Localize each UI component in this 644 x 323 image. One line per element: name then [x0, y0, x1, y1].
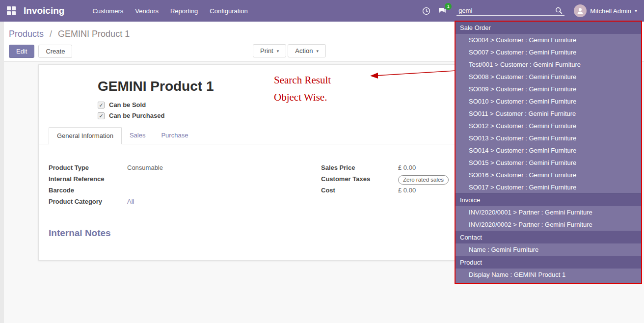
checkbox-label: Can be Purchased: [109, 112, 164, 119]
field-label: Sales Price: [321, 163, 398, 171]
action-menu-button[interactable]: Action ▾: [288, 44, 326, 57]
create-button[interactable]: Create: [38, 45, 72, 58]
result-item[interactable]: SO009 > Customer : Gemini Furniture: [456, 83, 641, 95]
result-item[interactable]: SO004 > Customer : Gemini Furniture: [456, 34, 641, 46]
chevron-down-icon: ▾: [635, 8, 637, 13]
field-row: Product TypeConsumable: [49, 163, 316, 174]
action-label: Action: [295, 47, 313, 54]
result-item[interactable]: SO011 > Customer : Gemini Furniture: [456, 108, 641, 120]
result-item[interactable]: INV/2020/0002 > Partner : Gemini Furnitu…: [456, 218, 641, 231]
chevron-down-icon: ▾: [316, 49, 319, 54]
action-buttons: Print ▾ Action ▾: [253, 44, 326, 57]
result-group-header-product: Product: [456, 256, 641, 269]
app-name[interactable]: Invoicing: [24, 5, 64, 16]
field-label: Barcode: [49, 186, 127, 194]
tab-general-information[interactable]: General Information: [49, 127, 122, 144]
result-item[interactable]: SO013 > Customer : Gemini Furniture: [456, 132, 641, 144]
print-menu-button[interactable]: Print ▾: [253, 44, 286, 57]
result-item[interactable]: SO014 > Customer : Gemini Furniture: [456, 144, 641, 157]
top-navbar: Invoicing CustomersVendorsReportingConfi…: [0, 0, 644, 22]
result-item[interactable]: Test/001 > Customer : Gemini Furniture: [456, 58, 641, 71]
print-label: Print: [260, 47, 273, 54]
field-label: Internal Reference: [49, 174, 127, 183]
field-label: Product Type: [49, 163, 127, 171]
breadcrumb-separator: /: [50, 29, 52, 39]
result-item[interactable]: Name : Gemini Furniture: [456, 243, 641, 256]
top-menu-item-customers[interactable]: Customers: [87, 4, 129, 18]
result-item[interactable]: SO016 > Customer : Gemini Furniture: [456, 169, 641, 181]
navbar-right: 1 Mitchell Admin ▾: [422, 4, 637, 17]
field-row: Internal Reference: [49, 174, 316, 186]
chevron-down-icon: ▾: [277, 49, 279, 54]
result-item[interactable]: SO015 > Customer : Gemini Furniture: [456, 157, 641, 169]
apps-menu-icon[interactable]: [7, 6, 16, 15]
result-item[interactable]: INV/2020/0001 > Partner : Gemini Furnitu…: [456, 206, 641, 218]
avatar: [574, 4, 587, 17]
tab-purchase[interactable]: Purchase: [153, 127, 196, 144]
field-label: Cost: [321, 186, 398, 194]
annotation-line-2: Object Wise.: [274, 89, 331, 106]
messages-icon[interactable]: 1: [438, 7, 447, 15]
result-group-header-invoice: Invoice: [456, 193, 641, 206]
annotation-arrow-icon: [369, 67, 456, 81]
field-label: Customer Taxes: [321, 174, 398, 183]
result-item[interactable]: SO007 > Customer : Gemini Furniture: [456, 46, 641, 58]
top-menu-item-configuration[interactable]: Configuration: [204, 4, 253, 18]
user-menu[interactable]: Mitchell Admin ▾: [574, 4, 637, 17]
top-menu-item-reporting[interactable]: Reporting: [165, 4, 203, 18]
result-item[interactable]: SO012 > Customer : Gemini Furniture: [456, 120, 641, 132]
field-row: Barcode: [49, 186, 316, 197]
fields-left: Product TypeConsumableInternal Reference…: [49, 163, 316, 208]
result-group-header-contact: Contact: [456, 231, 641, 243]
checkbox[interactable]: ✓: [98, 112, 105, 119]
field-value: £ 0.00: [398, 186, 416, 194]
result-item[interactable]: Display Name : GEMINI Product 1: [456, 269, 641, 281]
field-row: Product CategoryAll: [49, 197, 316, 208]
messages-badge: 1: [445, 3, 452, 10]
result-item[interactable]: SO017 > Customer : Gemini Furniture: [456, 181, 641, 193]
annotation-text: Search Result Object Wise.: [274, 72, 331, 106]
result-group-header-sale-order: Sale Order: [456, 22, 641, 34]
activities-clock-icon[interactable]: [422, 7, 430, 15]
edit-button[interactable]: Edit: [9, 45, 34, 58]
left-gutter: [0, 22, 4, 323]
breadcrumb-products-link[interactable]: Products: [9, 29, 44, 39]
field-value: Consumable: [127, 163, 163, 171]
search-results-dropdown: Sale OrderSO004 > Customer : Gemini Furn…: [455, 21, 642, 284]
navbar-search: [456, 6, 564, 16]
top-menu: CustomersVendorsReportingConfiguration: [87, 4, 253, 18]
tab-sales[interactable]: Sales: [122, 127, 154, 144]
result-item[interactable]: SO010 > Customer : Gemini Furniture: [456, 95, 641, 108]
field-value: £ 0.00: [398, 163, 416, 171]
field-value[interactable]: All: [127, 197, 134, 205]
checkbox[interactable]: ✓: [98, 102, 105, 108]
search-input[interactable]: [458, 7, 555, 14]
result-item[interactable]: SO008 > Customer : Gemini Furniture: [456, 71, 641, 83]
user-name: Mitchell Admin: [590, 7, 631, 15]
top-menu-item-vendors[interactable]: Vendors: [130, 4, 164, 18]
field-label: Product Category: [49, 197, 127, 205]
annotation-line-1: Search Result: [274, 72, 331, 89]
field-value: Zero rated sales: [398, 174, 449, 185]
checkbox-label: Can be Sold: [109, 101, 146, 108]
breadcrumb-current: GEMINI Product 1: [58, 29, 130, 39]
search-icon[interactable]: [555, 7, 563, 14]
tax-tag: Zero rated sales: [398, 175, 449, 185]
